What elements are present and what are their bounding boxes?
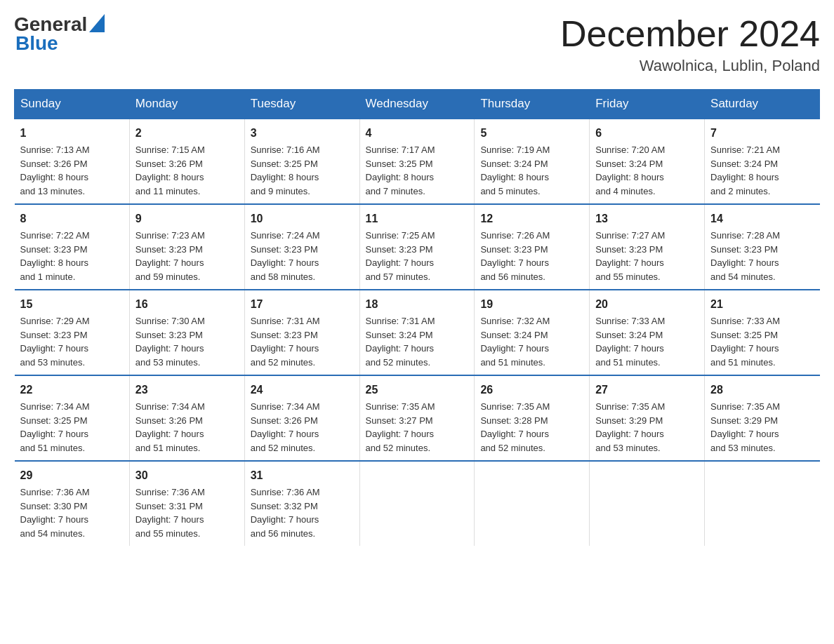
week-row-1: 1Sunrise: 7:13 AMSunset: 3:26 PMDaylight… <box>15 119 820 204</box>
day-number: 12 <box>480 210 583 227</box>
day-number: 30 <box>135 467 239 484</box>
calendar-cell: 2Sunrise: 7:15 AMSunset: 3:26 PMDaylight… <box>129 119 244 204</box>
day-number: 6 <box>595 125 699 142</box>
day-number: 28 <box>710 382 814 398</box>
calendar-cell: 30Sunrise: 7:36 AMSunset: 3:31 PMDayligh… <box>129 461 244 546</box>
week-row-3: 15Sunrise: 7:29 AMSunset: 3:23 PMDayligh… <box>15 290 820 375</box>
calendar-cell: 6Sunrise: 7:20 AMSunset: 3:24 PMDaylight… <box>590 119 705 204</box>
day-info: Sunrise: 7:35 AMSunset: 3:28 PMDaylight:… <box>480 400 583 455</box>
calendar-cell: 3Sunrise: 7:16 AMSunset: 3:25 PMDaylight… <box>244 119 359 204</box>
calendar-header-row: SundayMondayTuesdayWednesdayThursdayFrid… <box>15 90 820 119</box>
day-number: 15 <box>20 296 124 313</box>
calendar-cell: 1Sunrise: 7:13 AMSunset: 3:26 PMDaylight… <box>15 119 130 204</box>
calendar-cell: 13Sunrise: 7:27 AMSunset: 3:23 PMDayligh… <box>590 204 705 290</box>
day-info: Sunrise: 7:33 AMSunset: 3:25 PMDaylight:… <box>710 314 814 369</box>
day-number: 2 <box>135 125 239 142</box>
calendar-cell: 18Sunrise: 7:31 AMSunset: 3:24 PMDayligh… <box>359 290 475 375</box>
day-number: 1 <box>20 125 124 142</box>
day-number: 29 <box>20 467 124 484</box>
day-info: Sunrise: 7:28 AMSunset: 3:23 PMDaylight:… <box>710 229 814 283</box>
day-info: Sunrise: 7:27 AMSunset: 3:23 PMDaylight:… <box>595 229 699 283</box>
calendar-cell <box>705 461 820 546</box>
day-info: Sunrise: 7:15 AMSunset: 3:26 PMDaylight:… <box>135 143 239 198</box>
calendar-cell: 10Sunrise: 7:24 AMSunset: 3:23 PMDayligh… <box>244 204 359 290</box>
day-number: 19 <box>480 296 583 313</box>
day-number: 27 <box>595 382 699 398</box>
calendar-cell: 20Sunrise: 7:33 AMSunset: 3:24 PMDayligh… <box>590 290 705 375</box>
day-number: 18 <box>366 296 469 313</box>
logo-blue: Blue <box>15 32 58 55</box>
calendar-cell: 17Sunrise: 7:31 AMSunset: 3:23 PMDayligh… <box>244 290 359 375</box>
calendar-cell: 7Sunrise: 7:21 AMSunset: 3:24 PMDaylight… <box>705 119 820 204</box>
day-info: Sunrise: 7:16 AMSunset: 3:25 PMDaylight:… <box>251 143 354 198</box>
day-number: 3 <box>251 125 354 142</box>
day-info: Sunrise: 7:20 AMSunset: 3:24 PMDaylight:… <box>595 143 699 198</box>
day-number: 17 <box>251 296 354 313</box>
column-header-wednesday: Wednesday <box>359 90 475 119</box>
day-info: Sunrise: 7:34 AMSunset: 3:26 PMDaylight:… <box>251 400 354 455</box>
calendar-cell: 4Sunrise: 7:17 AMSunset: 3:25 PMDaylight… <box>359 119 475 204</box>
calendar-cell: 26Sunrise: 7:35 AMSunset: 3:28 PMDayligh… <box>475 375 590 461</box>
day-info: Sunrise: 7:36 AMSunset: 3:31 PMDaylight:… <box>135 485 239 540</box>
day-info: Sunrise: 7:35 AMSunset: 3:29 PMDaylight:… <box>710 400 814 455</box>
calendar-cell <box>590 461 705 546</box>
logo-general: General <box>14 15 87 34</box>
day-number: 21 <box>710 296 814 313</box>
calendar-cell: 24Sunrise: 7:34 AMSunset: 3:26 PMDayligh… <box>244 375 359 461</box>
day-info: Sunrise: 7:23 AMSunset: 3:23 PMDaylight:… <box>135 229 239 283</box>
column-header-saturday: Saturday <box>705 90 820 119</box>
calendar-cell: 16Sunrise: 7:30 AMSunset: 3:23 PMDayligh… <box>129 290 244 375</box>
calendar-cell: 5Sunrise: 7:19 AMSunset: 3:24 PMDaylight… <box>475 119 590 204</box>
page-header: General Blue December 2024 Wawolnica, Lu… <box>14 14 820 75</box>
day-number: 7 <box>710 125 814 142</box>
day-number: 22 <box>20 382 124 398</box>
calendar-cell: 19Sunrise: 7:32 AMSunset: 3:24 PMDayligh… <box>475 290 590 375</box>
day-number: 11 <box>366 210 469 227</box>
month-title: December 2024 <box>560 14 820 54</box>
day-info: Sunrise: 7:22 AMSunset: 3:23 PMDaylight:… <box>20 229 124 283</box>
day-info: Sunrise: 7:31 AMSunset: 3:24 PMDaylight:… <box>366 314 469 369</box>
day-number: 20 <box>595 296 699 313</box>
day-info: Sunrise: 7:21 AMSunset: 3:24 PMDaylight:… <box>710 143 814 198</box>
day-info: Sunrise: 7:35 AMSunset: 3:27 PMDaylight:… <box>366 400 469 455</box>
day-info: Sunrise: 7:36 AMSunset: 3:30 PMDaylight:… <box>20 485 124 540</box>
day-info: Sunrise: 7:25 AMSunset: 3:23 PMDaylight:… <box>366 229 469 283</box>
day-number: 4 <box>366 125 469 142</box>
day-number: 26 <box>480 382 583 398</box>
calendar-cell: 27Sunrise: 7:35 AMSunset: 3:29 PMDayligh… <box>590 375 705 461</box>
day-info: Sunrise: 7:33 AMSunset: 3:24 PMDaylight:… <box>595 314 699 369</box>
day-number: 8 <box>20 210 124 227</box>
column-header-tuesday: Tuesday <box>244 90 359 119</box>
day-info: Sunrise: 7:17 AMSunset: 3:25 PMDaylight:… <box>366 143 469 198</box>
day-info: Sunrise: 7:35 AMSunset: 3:29 PMDaylight:… <box>595 400 699 455</box>
calendar-cell: 14Sunrise: 7:28 AMSunset: 3:23 PMDayligh… <box>705 204 820 290</box>
day-number: 16 <box>135 296 239 313</box>
day-info: Sunrise: 7:13 AMSunset: 3:26 PMDaylight:… <box>20 143 124 198</box>
day-number: 5 <box>480 125 583 142</box>
calendar-cell: 23Sunrise: 7:34 AMSunset: 3:26 PMDayligh… <box>129 375 244 461</box>
calendar-cell: 15Sunrise: 7:29 AMSunset: 3:23 PMDayligh… <box>15 290 130 375</box>
calendar-cell: 25Sunrise: 7:35 AMSunset: 3:27 PMDayligh… <box>359 375 475 461</box>
calendar-cell: 8Sunrise: 7:22 AMSunset: 3:23 PMDaylight… <box>15 204 130 290</box>
week-row-4: 22Sunrise: 7:34 AMSunset: 3:25 PMDayligh… <box>15 375 820 461</box>
day-info: Sunrise: 7:30 AMSunset: 3:23 PMDaylight:… <box>135 314 239 369</box>
title-block: December 2024 Wawolnica, Lublin, Poland <box>560 14 820 75</box>
logo: General Blue <box>14 14 105 55</box>
day-number: 25 <box>366 382 469 398</box>
calendar-cell: 22Sunrise: 7:34 AMSunset: 3:25 PMDayligh… <box>15 375 130 461</box>
column-header-thursday: Thursday <box>475 90 590 119</box>
logo-triangle-icon <box>89 14 105 32</box>
location-title: Wawolnica, Lublin, Poland <box>560 57 820 75</box>
day-number: 23 <box>135 382 239 398</box>
day-number: 14 <box>710 210 814 227</box>
day-info: Sunrise: 7:34 AMSunset: 3:25 PMDaylight:… <box>20 400 124 455</box>
calendar-cell: 31Sunrise: 7:36 AMSunset: 3:32 PMDayligh… <box>244 461 359 546</box>
day-number: 24 <box>251 382 354 398</box>
day-number: 9 <box>135 210 239 227</box>
day-info: Sunrise: 7:31 AMSunset: 3:23 PMDaylight:… <box>251 314 354 369</box>
day-info: Sunrise: 7:32 AMSunset: 3:24 PMDaylight:… <box>480 314 583 369</box>
calendar-cell: 29Sunrise: 7:36 AMSunset: 3:30 PMDayligh… <box>15 461 130 546</box>
week-row-2: 8Sunrise: 7:22 AMSunset: 3:23 PMDaylight… <box>15 204 820 290</box>
column-header-sunday: Sunday <box>15 90 130 119</box>
calendar-cell: 21Sunrise: 7:33 AMSunset: 3:25 PMDayligh… <box>705 290 820 375</box>
